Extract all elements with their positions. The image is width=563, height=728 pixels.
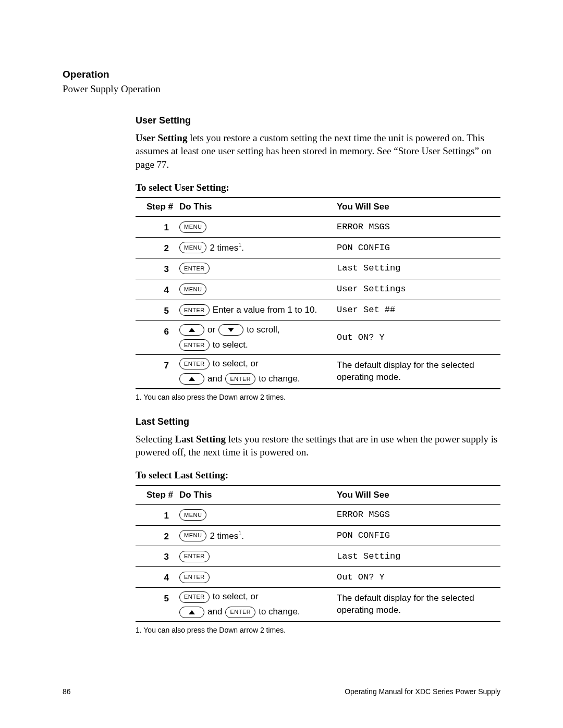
table-header-row: Step # Do This You Will See: [136, 486, 500, 504]
th-step: Step #: [136, 198, 176, 216]
section-user-setting: User Setting User Setting lets you resto…: [136, 114, 500, 402]
th-step: Step #: [136, 486, 176, 504]
enter-button-icon: ENTER: [179, 591, 210, 603]
arrow-down-icon: [218, 324, 243, 336]
step-number: 6: [136, 320, 176, 354]
step-do: MENU: [176, 279, 334, 300]
step-see: PON CONFIG: [334, 525, 500, 546]
step-do: ENTER: [176, 258, 334, 279]
step-do: ENTER: [176, 567, 334, 588]
enter-button-icon: ENTER: [225, 607, 255, 618]
enter-button-icon: ENTER: [179, 358, 210, 369]
step-see: ERROR MSGS: [334, 217, 500, 238]
step-number: 7: [136, 354, 176, 388]
step-do: ENTER to select, or and ENTER to change.: [176, 354, 334, 388]
step-number: 4: [136, 279, 176, 300]
step-do: or to scroll, ENTER to select.: [176, 320, 334, 354]
table-row: 1 MENU ERROR MSGS: [136, 504, 500, 525]
step-see: The default display for the selected ope…: [334, 588, 500, 622]
manual-page: Operation Power Supply Operation User Se…: [0, 0, 563, 728]
step-do: MENU 2 times1.: [176, 238, 334, 258]
step-number: 1: [136, 504, 176, 525]
step-see: Last Setting: [334, 546, 500, 567]
step-number: 5: [136, 588, 176, 622]
svg-marker-3: [189, 610, 195, 614]
enter-button-icon: ENTER: [179, 572, 210, 583]
enter-button-icon: ENTER: [179, 551, 210, 562]
user-setting-table: Step # Do This You Will See 1 MENU ERROR…: [136, 197, 500, 389]
table-row: 2 MENU 2 times1. PON CONFIG: [136, 525, 500, 546]
th-do: Do This: [176, 198, 334, 216]
step-number: 1: [136, 217, 176, 238]
table-row: 4 MENU User Settings: [136, 279, 500, 300]
arrow-up-icon: [179, 373, 204, 385]
enter-button-icon: ENTER: [179, 304, 210, 316]
th-see: You Will See: [334, 486, 500, 504]
chapter-subtitle: Power Supply Operation: [63, 82, 500, 96]
table-row: 6 or to scroll, ENTER to select.: [136, 320, 500, 354]
manual-title: Operating Manual for XDC Series Power Su…: [345, 687, 500, 697]
step-do: ENTER: [176, 546, 334, 567]
menu-button-icon: MENU: [179, 221, 206, 233]
user-setting-intro: User Setting lets you restore a custom s…: [136, 131, 500, 171]
step-number: 5: [136, 300, 176, 320]
last-setting-footnote: 1. You can also press the Down arrow 2 t…: [136, 625, 500, 635]
page-footer: 86 Operating Manual for XDC Series Power…: [63, 687, 500, 697]
step-see: ERROR MSGS: [334, 504, 500, 525]
arrow-up-icon: [179, 324, 204, 336]
user-setting-select-heading: To select User Setting:: [136, 181, 500, 194]
menu-button-icon: MENU: [179, 509, 206, 521]
table-row: 5 ENTER Enter a value from 1 to 10. User…: [136, 300, 500, 320]
step-do: MENU: [176, 504, 334, 525]
section-last-setting: Last Setting Selecting Last Setting lets…: [136, 415, 500, 635]
svg-marker-2: [189, 377, 195, 381]
table-row: 5 ENTER to select, or and ENTER to chang…: [136, 588, 500, 622]
svg-marker-1: [228, 328, 234, 332]
th-do: Do This: [176, 486, 334, 504]
table-row: 4 ENTER Out ON? Y: [136, 567, 500, 588]
th-see: You Will See: [334, 198, 500, 216]
step-see: User Set ##: [334, 300, 500, 320]
intro-text: lets you restore a custom setting the ne…: [136, 132, 492, 170]
step-see: Last Setting: [334, 258, 500, 279]
table-header-row: Step # Do This You Will See: [136, 198, 500, 216]
table-row: 2 MENU 2 times1. PON CONFIG: [136, 238, 500, 258]
table-row: 3 ENTER Last Setting: [136, 258, 500, 279]
menu-button-icon: MENU: [179, 530, 206, 541]
last-setting-select-heading: To select Last Setting:: [136, 468, 500, 482]
svg-marker-0: [189, 328, 195, 332]
arrow-up-icon: [179, 607, 204, 618]
last-setting-heading: Last Setting: [136, 415, 500, 428]
step-number: 2: [136, 525, 176, 546]
step-number: 4: [136, 567, 176, 588]
user-setting-footnote: 1. You can also press the Down arrow 2 t…: [136, 392, 500, 402]
table-row: 7 ENTER to select, or and ENTER to chang…: [136, 354, 500, 388]
intro-bold: User Setting: [136, 132, 187, 143]
step-do: ENTER Enter a value from 1 to 10.: [176, 300, 334, 320]
user-setting-heading: User Setting: [136, 114, 500, 127]
table-row: 3 ENTER Last Setting: [136, 546, 500, 567]
step-do: ENTER to select, or and ENTER to change.: [176, 588, 334, 622]
last-setting-intro: Selecting Last Setting lets you restore …: [136, 433, 500, 459]
step-see: Out ON? Y: [334, 567, 500, 588]
step-number: 3: [136, 546, 176, 567]
step-do: MENU: [176, 217, 334, 238]
page-number: 86: [63, 687, 71, 697]
chapter-title: Operation: [63, 68, 500, 81]
table-row: 1 MENU ERROR MSGS: [136, 217, 500, 238]
step-see: The default display for the selected ope…: [334, 354, 500, 388]
step-do: MENU 2 times1.: [176, 525, 334, 546]
step-see: User Settings: [334, 279, 500, 300]
menu-button-icon: MENU: [179, 283, 206, 295]
menu-button-icon: MENU: [179, 242, 206, 253]
enter-button-icon: ENTER: [179, 339, 210, 351]
step-see: PON CONFIG: [334, 238, 500, 258]
enter-button-icon: ENTER: [179, 263, 210, 274]
step-number: 3: [136, 258, 176, 279]
enter-button-icon: ENTER: [225, 373, 255, 385]
step-see: Out ON? Y: [334, 320, 500, 354]
last-setting-table: Step # Do This You Will See 1 MENU ERROR…: [136, 485, 500, 623]
step-number: 2: [136, 238, 176, 258]
